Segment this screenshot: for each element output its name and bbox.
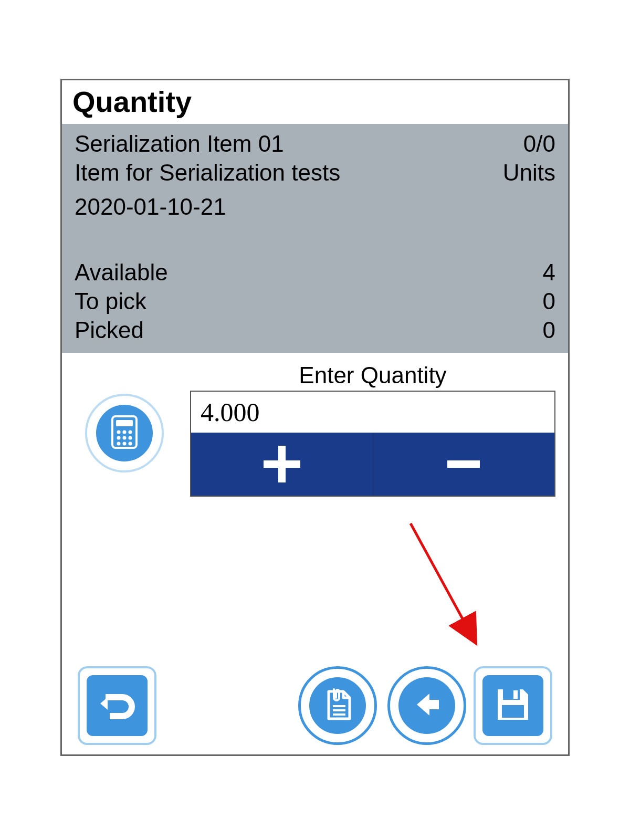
save-icon [492, 684, 533, 727]
back-button[interactable] [387, 666, 466, 745]
minus-icon [440, 440, 487, 488]
attachment-button[interactable] [298, 666, 377, 745]
quantity-screen: Quantity Serialization Item 01 0/0 Item … [60, 79, 570, 756]
svg-rect-13 [447, 460, 480, 468]
to-pick-value: 0 [543, 287, 555, 316]
svg-point-3 [123, 430, 127, 434]
svg-rect-19 [502, 705, 524, 718]
available-value: 4 [543, 258, 555, 287]
arrow-left-icon [408, 686, 445, 725]
svg-point-10 [129, 442, 132, 446]
svg-line-20 [411, 523, 474, 639]
calculator-icon [111, 415, 138, 451]
to-pick-label: To pick [75, 287, 146, 316]
svg-point-4 [129, 430, 132, 434]
quantity-stepper: 4.000 [190, 391, 555, 497]
quantity-entry-area: Enter Quantity 4.000 [62, 353, 568, 497]
svg-point-5 [117, 436, 121, 440]
document-attachment-icon [321, 686, 354, 725]
svg-point-7 [129, 436, 132, 440]
quantity-input[interactable]: 4.000 [191, 392, 554, 433]
item-date: 2020-01-10-21 [75, 192, 555, 221]
title-bar: Quantity [62, 80, 568, 124]
item-progress: 0/0 [523, 129, 555, 158]
item-name: Serialization Item 01 [75, 129, 284, 158]
calculator-button[interactable] [85, 394, 164, 472]
item-info-panel: Serialization Item 01 0/0 Item for Seria… [62, 124, 568, 353]
bottom-toolbar [62, 666, 568, 745]
annotation-arrow [395, 513, 500, 660]
save-button[interactable] [474, 666, 552, 745]
page-title: Quantity [72, 85, 558, 119]
svg-rect-18 [513, 690, 518, 699]
svg-point-8 [117, 442, 121, 446]
plus-icon [258, 440, 306, 488]
svg-point-9 [123, 442, 127, 446]
increment-button[interactable] [191, 433, 373, 496]
undo-button[interactable] [78, 666, 156, 745]
undo-icon [96, 684, 138, 728]
item-uom: Units [503, 158, 555, 187]
item-stats: Available 4 To pick 0 Picked 0 [75, 258, 555, 344]
available-label: Available [75, 258, 168, 287]
svg-point-6 [123, 436, 127, 440]
picked-label: Picked [75, 316, 144, 344]
svg-point-2 [117, 430, 121, 434]
picked-value: 0 [543, 316, 555, 344]
svg-rect-12 [264, 460, 300, 468]
item-description: Item for Serialization tests [75, 158, 340, 187]
svg-rect-1 [116, 420, 133, 426]
quantity-input-label: Enter Quantity [190, 362, 555, 388]
decrement-button[interactable] [373, 433, 555, 496]
